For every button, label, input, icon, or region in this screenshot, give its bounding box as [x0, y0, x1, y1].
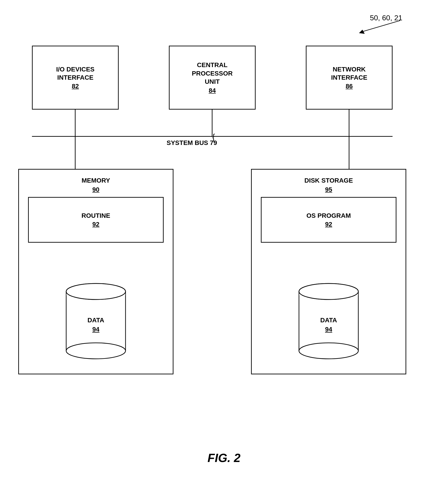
disk-connector: [349, 136, 349, 170]
disk-title: DISK STORAGE: [252, 177, 406, 185]
svg-line-0: [361, 21, 400, 32]
net-box: NETWORK INTERFACE 86: [306, 46, 392, 110]
svg-point-13: [299, 283, 358, 299]
memory-box: MEMORY 90 ROUTINE 92 DATA 94: [18, 169, 173, 374]
fig-label: FIG. 2: [208, 451, 240, 465]
disk-data-cylinder: DATA 94: [297, 282, 360, 364]
routine-number: 92: [92, 221, 99, 228]
disk-number: 95: [252, 186, 406, 193]
memory-title: MEMORY: [19, 177, 173, 185]
svg-text:DATA: DATA: [320, 317, 337, 324]
io-number: 82: [72, 83, 79, 90]
svg-point-6: [66, 283, 126, 299]
net-label-line1: NETWORK: [333, 65, 366, 73]
os-program-box: OS PROGRAM 92: [261, 197, 396, 243]
cpu-label-line2: PROCESSOR: [192, 69, 233, 78]
cpu-number: 84: [208, 87, 216, 94]
io-label-line2: INTERFACE: [57, 73, 94, 82]
svg-text:94: 94: [325, 326, 332, 333]
svg-point-11: [299, 343, 358, 359]
diagram: 50, 60, 21 I/O DEVICES INTERFACE 82 CENT…: [0, 0, 448, 483]
io-box: I/O DEVICES INTERFACE 82: [32, 46, 119, 110]
net-label-line2: INTERFACE: [331, 73, 368, 82]
memory-cylinder-svg: DATA 94: [64, 282, 128, 364]
net-number: 86: [345, 83, 352, 90]
os-program-number: 92: [325, 221, 332, 228]
svg-text:94: 94: [92, 326, 99, 333]
cpu-label-line1: CENTRAL: [197, 61, 228, 69]
io-connector: [75, 110, 76, 137]
net-connector: [349, 110, 349, 137]
bus-label: SYSTEM BUS 79: [167, 139, 217, 146]
routine-box: ROUTINE 92: [28, 197, 164, 243]
svg-marker-1: [359, 30, 365, 34]
svg-point-4: [66, 343, 126, 359]
cpu-box: CENTRAL PROCESSOR UNIT 84: [169, 46, 256, 110]
memory-data-cylinder: DATA 94: [64, 282, 128, 364]
ref-arrow-svg: [354, 18, 405, 37]
memory-connector: [75, 136, 76, 170]
disk-cylinder-svg: DATA 94: [297, 282, 360, 364]
routine-label: ROUTINE: [81, 212, 110, 220]
svg-text:DATA: DATA: [88, 317, 104, 324]
os-program-label: OS PROGRAM: [306, 212, 351, 220]
memory-number: 90: [19, 186, 173, 193]
io-label-line1: I/O DEVICES: [56, 65, 95, 73]
disk-box: DISK STORAGE 95 OS PROGRAM 92 DATA 94: [251, 169, 406, 374]
cpu-label-line3: UNIT: [205, 78, 220, 86]
